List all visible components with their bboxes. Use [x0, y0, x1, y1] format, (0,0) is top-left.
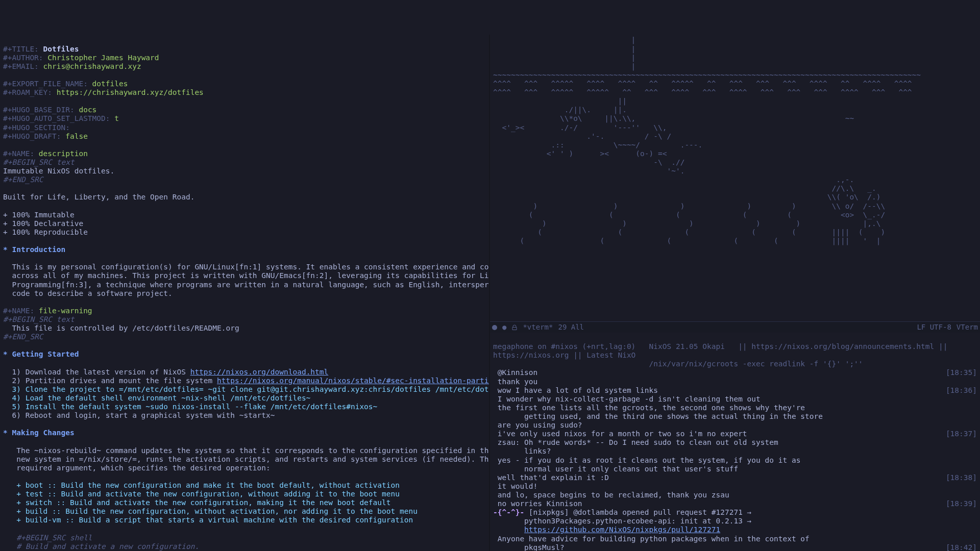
erc-buffer[interactable]: megaphone on #nixos (+nrt,lag:0) NixOS 2… [490, 333, 980, 551]
erc-message: I wonder why nix-collect-garbage -d isn'… [493, 395, 977, 404]
erc-message: getting used, and the third one shows th… [493, 412, 977, 421]
end-src: #+END_SRC [3, 176, 43, 184]
erc-message: normal user it only cleans out that user… [493, 465, 977, 473]
erc-message: yes - if you do it as root it cleans out… [493, 456, 977, 465]
begin-src: #+BEGIN_SRC text [3, 158, 75, 166]
doc-title: Dotfiles [43, 45, 79, 53]
erc-message: zsau: Oh *rude words* -- Do I need sudo … [493, 438, 977, 447]
erc-message: python3Packages.python-ecobee-api: init … [493, 517, 977, 525]
erc-message: pkgsMusl?[18:42] [493, 543, 977, 551]
heading-getting-started[interactable]: * Getting Started [3, 350, 79, 358]
erc-link[interactable]: https://github.com/NixOS/nixpkgs/pull/12… [524, 525, 720, 534]
lock-icon [511, 324, 518, 331]
erc-message: i've only used nixos for a month or two … [493, 430, 977, 438]
major-mode: VTerm [957, 323, 978, 332]
erc-message: -{^-^}- [nixpkgs] @dotlambda opened pull… [493, 508, 977, 517]
erc-message: https://github.com/NixOS/nixpkgs/pull/12… [493, 525, 977, 534]
circle-icon: ● [502, 323, 506, 332]
erc-message: no worries Kinnison[18:39] [493, 499, 977, 508]
erc-message: Anyone have advice for building python p… [493, 535, 977, 543]
erc-message: links? [493, 447, 977, 456]
left-pane: #+TITLE: Dotfiles #+AUTHOR: Christopher … [0, 35, 490, 551]
erc-nick: -{^-^}- [493, 508, 524, 516]
right-pane: | | | | ~~~~~~~~~~~~~~~~~~~~~~~~~~~~~~~~… [490, 35, 980, 551]
window-root: #+TITLE: Dotfiles #+AUTHOR: Christopher … [0, 35, 980, 551]
heading-introduction[interactable]: * Introduction [3, 245, 65, 254]
intro-paragraph: This is my personal configuration(s) for… [3, 263, 489, 297]
erc-message: the first one lists all the gcroots, the… [493, 404, 977, 412]
erc-message: @Kinnison[18:35] [493, 368, 977, 377]
download-link[interactable]: https://nixos.org/download.html [190, 368, 329, 376]
erc-timestamp: [18:36] [946, 386, 977, 395]
erc-message: it would! [493, 482, 977, 491]
erc-timestamp: [18:37] [946, 430, 977, 438]
erc-message: and lo, space begins to be reclaimed, th… [493, 491, 977, 499]
erc-timestamp: [18:38] [946, 473, 977, 482]
partitioning-link[interactable]: https://nixos.org/manual/nixos/stable/#s… [217, 377, 489, 385]
heading-making-changes[interactable]: * Making Changes [3, 429, 75, 437]
erc-timestamp: [18:39] [946, 499, 977, 508]
buffer-name[interactable]: *vterm* [523, 323, 553, 332]
erc-message: well that'd explain it :D[18:38] [493, 473, 977, 482]
erc-topic: megaphone on #nixos (+nrt,lag:0) NixOS 2… [493, 342, 952, 359]
erc-message: wow I have a lot of old system links[18:… [493, 386, 977, 395]
org-buffer[interactable]: #+TITLE: Dotfiles #+AUTHOR: Christopher … [0, 35, 489, 551]
buffer-position: 29 All [558, 323, 584, 332]
erc-message: are you using sudo? [493, 421, 977, 430]
erc-timestamp: [18:42] [946, 543, 977, 551]
vterm-modeline: ● *vterm* 29 All LF UTF-8 VTerm [490, 321, 980, 333]
meta-key: #+TITLE: [3, 45, 39, 53]
erc-message: thank you [493, 378, 977, 386]
vterm-buffer[interactable]: | | | | ~~~~~~~~~~~~~~~~~~~~~~~~~~~~~~~~… [490, 35, 980, 321]
modified-indicator [492, 325, 497, 330]
erc-timestamp: [18:35] [946, 368, 977, 377]
